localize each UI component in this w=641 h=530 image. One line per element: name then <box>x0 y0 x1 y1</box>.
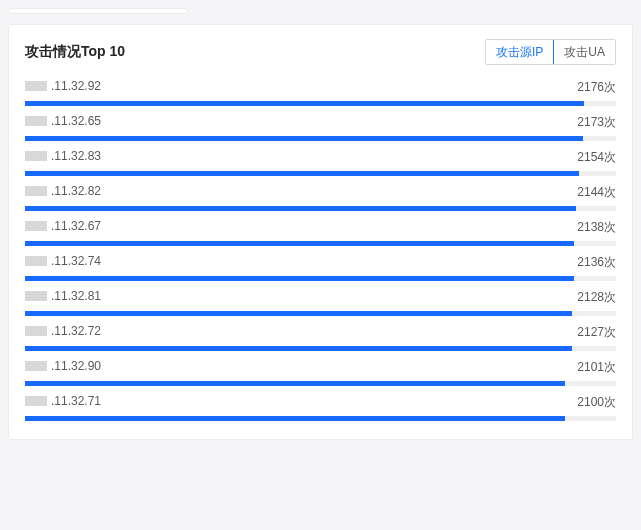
ip-label-wrap: .11.32.72 <box>25 324 101 338</box>
ip-suffix: .11.32.71 <box>51 394 101 408</box>
ip-suffix: .11.32.90 <box>51 359 101 373</box>
bar-row: .11.32.712100次 <box>25 394 616 421</box>
attack-top10-panel: 攻击情况Top 10 攻击源IP 攻击UA .11.32.922176次.11.… <box>8 24 633 440</box>
ip-label-wrap: .11.32.67 <box>25 219 101 233</box>
ip-suffix: .11.32.83 <box>51 149 101 163</box>
attack-count: 2176次 <box>577 79 616 96</box>
bar-fill <box>25 276 574 281</box>
bar-track <box>25 241 616 246</box>
ip-masked-prefix <box>25 151 47 161</box>
bar-row: .11.32.652173次 <box>25 114 616 141</box>
tab-attack-source-ip[interactable]: 攻击源IP <box>486 40 553 64</box>
attack-count: 2101次 <box>577 359 616 376</box>
bar-row-header: .11.32.902101次 <box>25 359 616 376</box>
bar-row-header: .11.32.652173次 <box>25 114 616 131</box>
ip-masked-prefix <box>25 396 47 406</box>
ip-label-wrap: .11.32.74 <box>25 254 101 268</box>
attack-count: 2154次 <box>577 149 616 166</box>
bar-row: .11.32.822144次 <box>25 184 616 211</box>
ip-suffix: .11.32.65 <box>51 114 101 128</box>
panel-header: 攻击情况Top 10 攻击源IP 攻击UA <box>25 39 616 65</box>
ip-masked-prefix <box>25 81 47 91</box>
bar-fill <box>25 416 565 421</box>
bar-row: .11.32.902101次 <box>25 359 616 386</box>
attack-count: 2173次 <box>577 114 616 131</box>
bar-row-header: .11.32.742136次 <box>25 254 616 271</box>
ip-masked-prefix <box>25 291 47 301</box>
bar-fill <box>25 381 565 386</box>
ip-masked-prefix <box>25 256 47 266</box>
ip-label-wrap: .11.32.90 <box>25 359 101 373</box>
bar-track <box>25 136 616 141</box>
bar-row: .11.32.812128次 <box>25 289 616 316</box>
bar-list: .11.32.922176次.11.32.652173次.11.32.83215… <box>25 79 616 421</box>
ip-label-wrap: .11.32.71 <box>25 394 101 408</box>
attack-count: 2127次 <box>577 324 616 341</box>
ip-masked-prefix <box>25 116 47 126</box>
panel-title: 攻击情况Top 10 <box>25 43 125 61</box>
bar-track <box>25 171 616 176</box>
attack-count: 2100次 <box>577 394 616 411</box>
bar-fill <box>25 206 576 211</box>
ip-masked-prefix <box>25 326 47 336</box>
attack-count: 2144次 <box>577 184 616 201</box>
bar-row: .11.32.742136次 <box>25 254 616 281</box>
bar-fill <box>25 346 572 351</box>
bar-row-header: .11.32.672138次 <box>25 219 616 236</box>
bar-row: .11.32.832154次 <box>25 149 616 176</box>
bar-row-header: .11.32.712100次 <box>25 394 616 411</box>
ip-suffix: .11.32.82 <box>51 184 101 198</box>
attack-count: 2138次 <box>577 219 616 236</box>
bar-track <box>25 346 616 351</box>
bar-track <box>25 276 616 281</box>
bar-row-header: .11.32.922176次 <box>25 79 616 96</box>
bar-row: .11.32.922176次 <box>25 79 616 106</box>
bar-track <box>25 101 616 106</box>
bar-fill <box>25 171 579 176</box>
bar-track <box>25 206 616 211</box>
attack-count: 2136次 <box>577 254 616 271</box>
bar-fill <box>25 136 583 141</box>
bar-row-header: .11.32.832154次 <box>25 149 616 166</box>
bar-fill <box>25 101 584 106</box>
bar-row-header: .11.32.812128次 <box>25 289 616 306</box>
bar-track <box>25 381 616 386</box>
ip-label-wrap: .11.32.92 <box>25 79 101 93</box>
bar-track <box>25 311 616 316</box>
tab-attack-ua[interactable]: 攻击UA <box>553 40 615 64</box>
attack-count: 2128次 <box>577 289 616 306</box>
ip-label-wrap: .11.32.81 <box>25 289 101 303</box>
ip-masked-prefix <box>25 221 47 231</box>
ip-label-wrap: .11.32.65 <box>25 114 101 128</box>
ip-masked-prefix <box>25 361 47 371</box>
bar-row-header: .11.32.822144次 <box>25 184 616 201</box>
bar-fill <box>25 241 574 246</box>
ip-suffix: .11.32.81 <box>51 289 101 303</box>
bar-row: .11.32.722127次 <box>25 324 616 351</box>
ip-suffix: .11.32.92 <box>51 79 101 93</box>
tab-switch: 攻击源IP 攻击UA <box>485 39 616 65</box>
bar-fill <box>25 311 572 316</box>
ip-suffix: .11.32.72 <box>51 324 101 338</box>
ip-label-wrap: .11.32.83 <box>25 149 101 163</box>
bar-row-header: .11.32.722127次 <box>25 324 616 341</box>
ip-suffix: .11.32.67 <box>51 219 101 233</box>
ip-masked-prefix <box>25 186 47 196</box>
ip-label-wrap: .11.32.82 <box>25 184 101 198</box>
ip-suffix: .11.32.74 <box>51 254 101 268</box>
previous-panel-stub <box>8 8 188 14</box>
bar-row: .11.32.672138次 <box>25 219 616 246</box>
bar-track <box>25 416 616 421</box>
